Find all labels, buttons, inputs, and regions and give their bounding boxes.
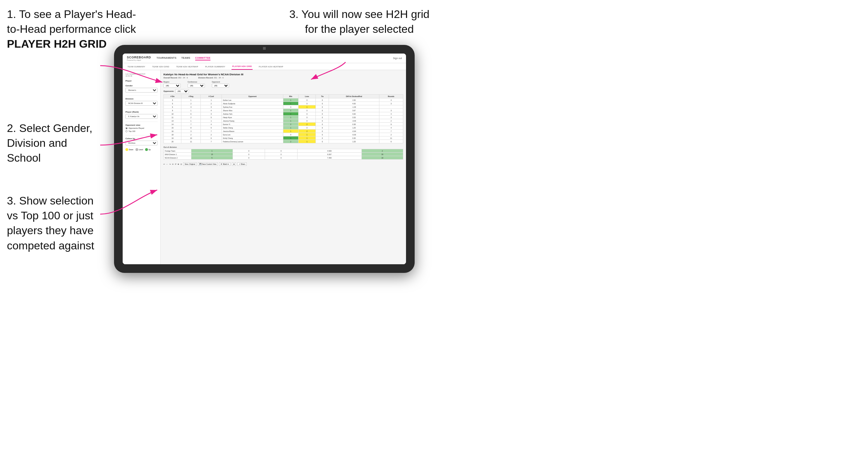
col-rounds: Rounds <box>379 95 403 98</box>
nav-committee[interactable]: COMMITTEE <box>195 56 211 60</box>
toolbar-add[interactable]: ⊕ <box>178 163 179 165</box>
division-select[interactable]: NCAA Division III <box>125 101 158 106</box>
top-navbar: SCOREBOARD Powered by clippd TOURNAMENTS… <box>123 54 406 63</box>
player-rank-section: Player (Rank) 8. Katelyn Vo <box>125 111 158 119</box>
instruction-3-top: 3. You will now see H2H grid for the pla… <box>263 7 456 37</box>
h2h-table: # Div # Reg # Conf Opponent Win Loss Tie… <box>163 94 403 143</box>
tablet-screen: SCOREBOARD Powered by clippd TOURNAMENTS… <box>123 54 406 264</box>
conference-filter: Conference (All) <box>188 81 205 88</box>
col-diff: Diff Av Strokes/Rnd <box>329 95 379 98</box>
opponent-select[interactable]: (All) <box>212 84 229 88</box>
nav-items: TOURNAMENTS TEAMS COMMITTEE <box>157 56 393 60</box>
colour-dot-level <box>135 148 138 151</box>
sub-nav-player-summary[interactable]: PLAYER SUMMARY <box>205 63 226 70</box>
toolbar-undo[interactable]: ↩ <box>163 163 165 165</box>
toolbar: ↩ ← ↪ ⊙ ↺ ⊕ ◷ View: Original 💾 Save Cust… <box>163 162 403 166</box>
sub-nav-team-h2h-heatmap[interactable]: TEAM H2H HEATMAP <box>176 63 199 70</box>
overall-record: Overall Record: 353 - 34 - 6 <box>163 77 188 79</box>
filter-row: Region (All) Conference (All) Opponent <box>163 81 403 88</box>
nav-sign-out[interactable]: Sign out <box>393 57 402 59</box>
share-button[interactable]: ↗ Share <box>237 162 247 166</box>
table-row: 11 2 5 Heejo Hyun 1 0 0 3.33 3 <box>164 116 403 119</box>
colour-level: Level <box>135 148 143 151</box>
tablet-frame: SCOREBOARD Powered by clippd TOURNAMENTS… <box>114 45 415 273</box>
colour-by-select[interactable]: Win/loss <box>125 141 158 145</box>
player-section: Player <box>125 80 158 82</box>
grid-button[interactable]: ⊞ <box>232 162 236 166</box>
table-row: 6 3 3 Sydney Kuo 0 1 0 -1.00 <box>164 105 403 109</box>
sub-nav-player-h2h-heatmap[interactable]: PLAYER H2H HEATMAP <box>258 63 284 70</box>
col-opponent: Opponent <box>222 95 283 98</box>
toolbar-target[interactable]: ⊙ <box>172 163 173 165</box>
table-row: 10 6 3 Andrea York 2 0 0 4.00 4 <box>164 112 403 116</box>
instruction-3-left: 3. Show selection vs Top 100 or just pla… <box>7 193 117 253</box>
colour-down: Down <box>125 148 133 151</box>
col-loss: Loss <box>298 95 316 98</box>
division-section: Division NCAA Division III <box>125 98 158 106</box>
instruction-1: 1. To see a Player's Head-to-Head perfor… <box>7 7 138 52</box>
region-select[interactable]: (All) <box>163 84 181 88</box>
grid-records: Overall Record: 353 - 34 - 6 Division Re… <box>163 77 403 79</box>
instruction-2: 2. Select Gender, Division and School <box>7 121 117 166</box>
gender-select[interactable]: Women's <box>125 88 158 93</box>
toolbar-back[interactable]: ← <box>166 163 168 165</box>
logo: SCOREBOARD Powered by clippd <box>127 56 151 61</box>
table-row: 5 2 2 Alexis Sudjianto 1 0 0 4.00 3 <box>164 102 403 105</box>
colour-up: Up <box>145 148 151 151</box>
watch-button[interactable]: 👁 Watch ▾ <box>219 162 230 166</box>
opponent-view-section: Opponent view Opponents Played Top 100 <box>125 124 158 132</box>
out-division-row: Foreign Team 1 0 0 4.500 2 <box>164 149 403 153</box>
table-row: 19 10 6 Emily Chang 4 1 0 0.30 11 <box>164 136 403 140</box>
out-division-row: NAIA Division 1 15 0 0 9.267 30 <box>164 153 403 156</box>
opponents-filter-label: Opponents: (All) <box>163 89 403 93</box>
table-row: 16 3 7 Jessica Mason 1 2 0 -0.94 7 <box>164 130 403 133</box>
table-row: 3 1 1 Esther Lee 1 0 0 1.50 4 <box>164 98 403 102</box>
save-custom-view-button[interactable]: 💾 Save Custom View <box>198 162 218 166</box>
col-conf: # Conf <box>201 95 222 98</box>
region-filter: Region (All) <box>163 81 181 88</box>
conference-select[interactable]: (All) <box>188 84 205 88</box>
view-original-button[interactable]: View: Original <box>183 162 197 166</box>
toolbar-clock[interactable]: ◷ <box>180 163 182 165</box>
out-of-division-table: Foreign Team 1 0 0 4.500 2 NAIA Division… <box>163 149 403 160</box>
radio-top100[interactable]: Top 100 <box>125 130 158 132</box>
table-row: 14 7 4 Eunice Yi 2 2 0 0.38 9 <box>164 123 403 126</box>
colour-dot-up <box>145 148 148 151</box>
opponent-view-radio-group: Opponents Played Top 100 <box>125 127 158 132</box>
colour-legend: Down Level Up <box>125 148 158 151</box>
toolbar-refresh[interactable]: ↺ <box>175 163 176 165</box>
timestamp: Last Updated: 27/03/2024 16:55:38 <box>125 73 158 77</box>
left-panel: Last Updated: 27/03/2024 16:55:38 Player… <box>123 70 161 264</box>
nav-tournaments[interactable]: TOURNAMENTS <box>157 56 177 60</box>
sub-nav-team-summary[interactable]: TEAM SUMMARY <box>127 63 146 70</box>
grid-area: Katelyn Vo Head-to-Head Grid for Women's… <box>161 70 406 264</box>
col-div: # Div <box>164 95 181 98</box>
table-row: 20 11 7 Federica Domecq Lacroze 2 1 0 1.… <box>164 140 403 143</box>
table-row: 9 1 4 Sharon Mun 1 0 0 3.67 3 <box>164 109 403 112</box>
nav-teams[interactable]: TEAMS <box>181 56 190 60</box>
colour-dot-down <box>125 148 128 151</box>
sub-nav-player-h2h-grid[interactable]: PLAYER H2H GRID <box>232 63 253 70</box>
radio-dot-opponents <box>125 127 128 129</box>
division-record: Division Record: 331 - 34 - 6 <box>198 77 224 79</box>
gender-section: Gender Women's <box>125 85 158 93</box>
col-tie: Tie <box>316 95 329 98</box>
opponent-filter: Opponent (All) <box>212 81 229 88</box>
radio-dot-top100 <box>125 130 128 132</box>
player-rank-select[interactable]: 8. Katelyn Vo <box>125 114 158 119</box>
toolbar-redo[interactable]: ↪ <box>169 163 171 165</box>
col-reg: # Reg <box>181 95 201 98</box>
table-row: 15 8 5 Stella Cheng 1 0 0 1.25 4 <box>164 126 403 130</box>
table-row: 13 1 1 Jessica Huang 1 0 0 -3.00 2 <box>164 119 403 123</box>
out-division-row: NCAA Division 2 5 0 0 7.400 10 <box>164 156 403 160</box>
main-content: Last Updated: 27/03/2024 16:55:38 Player… <box>123 70 406 264</box>
opponents-filter-select[interactable]: (All) <box>175 89 189 93</box>
colour-by-section: Colour by Win/loss <box>125 137 158 145</box>
radio-opponents-played[interactable]: Opponents Played <box>125 127 158 129</box>
col-win: Win <box>283 95 298 98</box>
table-row: 18 2 2 Euna Lee 0 1 0 -5.00 2 <box>164 133 403 136</box>
sub-navbar: TEAM SUMMARY TEAM H2H GRID TEAM H2H HEAT… <box>123 63 406 70</box>
sub-nav-team-h2h-grid[interactable]: TEAM H2H GRID <box>151 63 170 70</box>
out-of-division-label: Out of division <box>163 146 403 148</box>
